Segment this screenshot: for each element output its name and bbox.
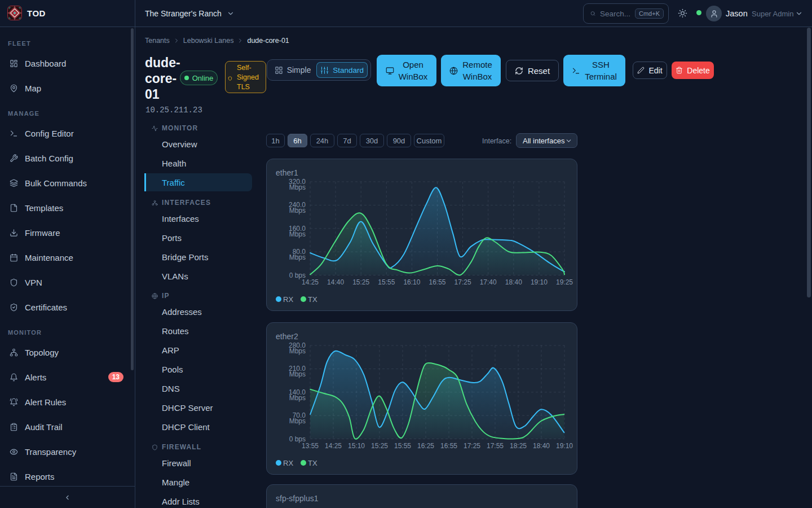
svg-text:RX: RX	[283, 459, 293, 467]
svg-text:Mbps: Mbps	[289, 370, 306, 378]
svg-text:Mbps: Mbps	[289, 183, 306, 191]
svg-text:15:55: 15:55	[378, 278, 395, 286]
svg-text:Mbps: Mbps	[289, 347, 306, 355]
svg-text:18:40: 18:40	[505, 278, 522, 286]
svg-text:17:55: 17:55	[487, 442, 504, 450]
svg-text:16:10: 16:10	[403, 278, 420, 286]
svg-text:19:25: 19:25	[556, 278, 573, 286]
svg-text:TX: TX	[308, 459, 317, 467]
svg-text:TX: TX	[308, 295, 317, 304]
svg-text:18:40: 18:40	[533, 442, 550, 450]
svg-text:19:10: 19:10	[531, 278, 548, 286]
svg-text:16:55: 16:55	[440, 442, 457, 450]
svg-text:19:10: 19:10	[556, 442, 573, 450]
svg-text:18:25: 18:25	[510, 442, 527, 450]
svg-text:17:25: 17:25	[454, 278, 471, 286]
svg-text:16:55: 16:55	[429, 278, 445, 286]
svg-text:16:25: 16:25	[417, 442, 434, 450]
svg-text:14:25: 14:25	[325, 442, 342, 450]
svg-text:Mbps: Mbps	[289, 207, 306, 214]
svg-text:17:40: 17:40	[480, 278, 497, 286]
svg-text:14:25: 14:25	[302, 278, 319, 286]
svg-text:Mbps: Mbps	[289, 394, 306, 402]
svg-text:15:55: 15:55	[394, 442, 411, 450]
svg-text:Mbps: Mbps	[289, 253, 306, 261]
svg-text:13:55: 13:55	[302, 442, 319, 450]
svg-text:14:40: 14:40	[327, 278, 344, 286]
svg-text:Mbps: Mbps	[289, 417, 306, 425]
svg-text:15:10: 15:10	[348, 442, 365, 450]
svg-text:Mbps: Mbps	[289, 230, 306, 238]
svg-text:RX: RX	[283, 295, 293, 304]
svg-text:15:25: 15:25	[352, 278, 369, 286]
svg-text:15:25: 15:25	[371, 442, 388, 450]
svg-text:17:25: 17:25	[464, 442, 480, 450]
